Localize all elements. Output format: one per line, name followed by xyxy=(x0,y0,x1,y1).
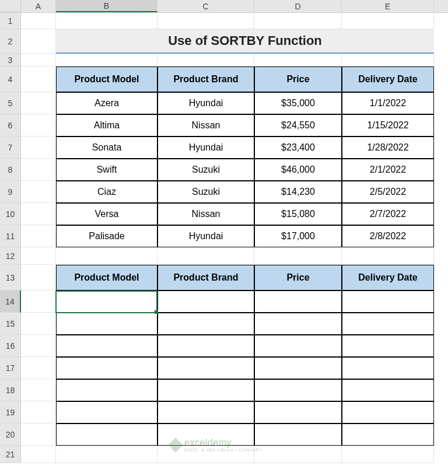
col-header-A[interactable]: A xyxy=(21,0,56,12)
row-header-3[interactable]: 3 xyxy=(0,54,21,66)
table-row[interactable] xyxy=(254,357,342,379)
row-header-6[interactable]: 6 xyxy=(0,114,21,136)
row-header-5[interactable]: 5 xyxy=(0,92,21,114)
cell[interactable] xyxy=(342,13,434,29)
table-row[interactable] xyxy=(56,424,158,446)
table-row[interactable] xyxy=(342,335,434,357)
table-row[interactable]: Suzuki xyxy=(158,181,254,203)
row-header-10[interactable]: 10 xyxy=(0,203,21,225)
row-header-4[interactable]: 4 xyxy=(0,66,21,92)
cell[interactable] xyxy=(21,313,56,335)
table-row[interactable]: Azera xyxy=(56,92,158,114)
title-banner[interactable]: Use of SORTBY Function xyxy=(56,29,434,54)
col-header-E[interactable]: E xyxy=(342,0,434,12)
cell[interactable] xyxy=(342,446,434,463)
table-row[interactable]: 2/5/2022 xyxy=(342,181,434,203)
row-header-11[interactable]: 11 xyxy=(0,225,21,247)
cell[interactable] xyxy=(21,66,56,92)
cell[interactable] xyxy=(21,92,56,114)
table-row[interactable] xyxy=(158,335,254,357)
cell[interactable] xyxy=(342,247,434,265)
col-header-B[interactable]: B xyxy=(56,0,158,12)
table-row[interactable]: 1/15/2022 xyxy=(342,114,434,136)
cell[interactable] xyxy=(21,54,56,66)
table-row[interactable]: Ciaz xyxy=(56,181,158,203)
row-header-20[interactable]: 20 xyxy=(0,424,21,446)
table-row[interactable]: 2/8/2022 xyxy=(342,225,434,247)
table2-header-model[interactable]: Product Model xyxy=(56,265,158,290)
cell[interactable] xyxy=(21,203,56,225)
row-header-14[interactable]: 14 xyxy=(0,290,21,313)
table-row[interactable] xyxy=(158,401,254,424)
table-row[interactable] xyxy=(158,424,254,446)
cell[interactable] xyxy=(21,247,56,265)
table-row[interactable]: $14,230 xyxy=(254,181,342,203)
table-row[interactable] xyxy=(342,379,434,401)
row-header-8[interactable]: 8 xyxy=(0,159,21,181)
table-row[interactable]: Palisade xyxy=(56,225,158,247)
table-row[interactable]: $46,000 xyxy=(254,159,342,181)
table-row[interactable]: $15,080 xyxy=(254,203,342,225)
cell[interactable] xyxy=(342,54,434,66)
cell[interactable] xyxy=(21,401,56,424)
table-row[interactable]: Versa xyxy=(56,203,158,225)
cell[interactable] xyxy=(21,265,56,290)
col-header-D[interactable]: D xyxy=(254,0,342,12)
cell[interactable] xyxy=(21,29,56,54)
table1-header-brand[interactable]: Product Brand xyxy=(158,66,254,92)
table-row[interactable] xyxy=(342,401,434,424)
table-row[interactable]: Altima xyxy=(56,114,158,136)
row-header-16[interactable]: 16 xyxy=(0,335,21,357)
table1-header-price[interactable]: Price xyxy=(254,66,342,92)
col-header-C[interactable]: C xyxy=(158,0,254,12)
cell[interactable] xyxy=(56,54,158,66)
cell[interactable] xyxy=(21,446,56,463)
cell[interactable] xyxy=(158,13,254,29)
table-row[interactable]: Swift xyxy=(56,159,158,181)
table-row[interactable]: 1/1/2022 xyxy=(342,92,434,114)
table-row[interactable] xyxy=(254,335,342,357)
row-header-2[interactable]: 2 xyxy=(0,29,21,54)
table-row[interactable]: 2/7/2022 xyxy=(342,203,434,225)
table-row[interactable] xyxy=(254,379,342,401)
table-row[interactable] xyxy=(254,401,342,424)
table-row[interactable] xyxy=(56,379,158,401)
table1-header-date[interactable]: Delivery Date xyxy=(342,66,434,92)
cell[interactable] xyxy=(158,54,254,66)
cell[interactable] xyxy=(254,54,342,66)
table-row[interactable]: Nissan xyxy=(158,114,254,136)
table-row[interactable]: Hyundai xyxy=(158,92,254,114)
cell[interactable] xyxy=(21,424,56,446)
table-row[interactable] xyxy=(254,313,342,335)
table-row[interactable] xyxy=(254,424,342,446)
table-row[interactable]: Sonata xyxy=(56,136,158,159)
row-header-7[interactable]: 7 xyxy=(0,136,21,159)
cell[interactable] xyxy=(56,446,158,463)
cell[interactable] xyxy=(21,181,56,203)
row-header-9[interactable]: 9 xyxy=(0,181,21,203)
cell[interactable] xyxy=(254,446,342,463)
table-row[interactable]: 1/28/2022 xyxy=(342,136,434,159)
cell[interactable] xyxy=(254,13,342,29)
cell[interactable] xyxy=(158,446,254,463)
table-row[interactable]: Suzuki xyxy=(158,159,254,181)
cell[interactable] xyxy=(21,335,56,357)
table2-header-date[interactable]: Delivery Date xyxy=(342,265,434,290)
row-header-18[interactable]: 18 xyxy=(0,379,21,401)
table-row[interactable]: $35,000 xyxy=(254,92,342,114)
row-header-15[interactable]: 15 xyxy=(0,313,21,335)
cell[interactable] xyxy=(158,247,254,265)
table-row[interactable] xyxy=(56,357,158,379)
table-row[interactable] xyxy=(254,290,342,313)
table-row[interactable] xyxy=(158,313,254,335)
row-header-17[interactable]: 17 xyxy=(0,357,21,379)
cell-B14[interactable] xyxy=(56,290,158,313)
table-row[interactable]: Nissan xyxy=(158,203,254,225)
table-row[interactable]: $24,550 xyxy=(254,114,342,136)
row-header-13[interactable]: 13 xyxy=(0,265,21,290)
cell[interactable] xyxy=(56,247,158,265)
cell[interactable] xyxy=(56,13,158,29)
table-row[interactable] xyxy=(342,313,434,335)
table-row[interactable]: $23,400 xyxy=(254,136,342,159)
row-header-1[interactable]: 1 xyxy=(0,13,21,29)
